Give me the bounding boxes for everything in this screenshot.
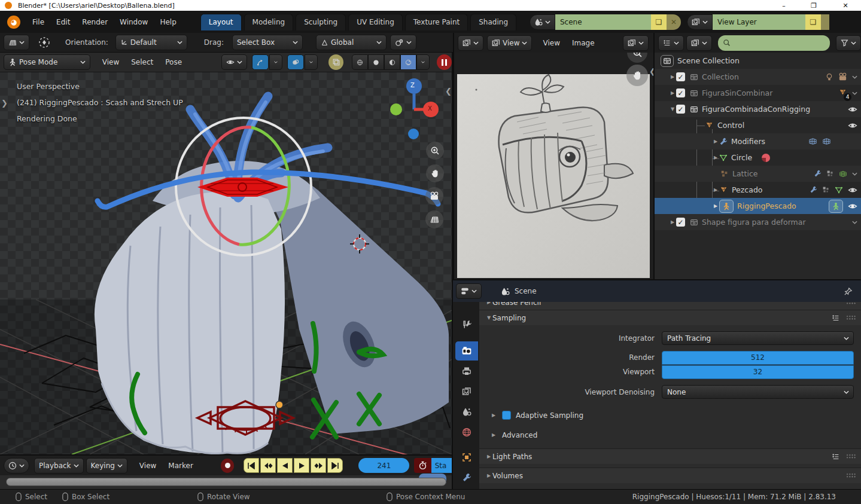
tab-uv-editing[interactable]: UV Editing bbox=[348, 14, 403, 30]
jump-to-end-button[interactable] bbox=[327, 458, 343, 473]
scene-unlink-button[interactable]: ✕ bbox=[667, 14, 681, 30]
outliner-search-input[interactable] bbox=[718, 35, 830, 51]
menu-edit[interactable]: Edit bbox=[50, 18, 76, 26]
eye-icon[interactable] bbox=[848, 201, 857, 211]
image-editor-canvas[interactable]: ❮ bbox=[453, 53, 653, 279]
outliner-row-modifiers[interactable]: ▶ Modifiers bbox=[655, 133, 861, 149]
camera-view-button[interactable] bbox=[425, 187, 443, 205]
collapse-arrow[interactable]: ▼ bbox=[669, 106, 676, 112]
panel-light-paths[interactable]: ▶ Light Paths bbox=[479, 448, 861, 464]
presets-icon[interactable] bbox=[832, 314, 840, 322]
toolbar-expand-arrow[interactable]: ❯ bbox=[1, 99, 8, 108]
outliner-row-control[interactable]: Control bbox=[655, 117, 861, 133]
pose-mode-icon[interactable] bbox=[829, 200, 843, 213]
close-button[interactable]: ✕ bbox=[832, 0, 859, 11]
figurasincombinar-checkbox[interactable]: ✓ bbox=[676, 88, 685, 97]
play-button[interactable] bbox=[294, 458, 309, 473]
tab-modifiers[interactable] bbox=[455, 468, 478, 487]
scene-name-field[interactable]: Scene bbox=[555, 14, 651, 30]
auto-keying-record-button[interactable] bbox=[221, 459, 235, 473]
image-select-dropdown[interactable] bbox=[623, 35, 649, 51]
presets-icon[interactable] bbox=[832, 453, 840, 461]
viewport-menu-select[interactable]: Select bbox=[125, 58, 159, 66]
render-samples-slider[interactable]: 512 bbox=[662, 351, 854, 365]
outliner-row-figuracombinada[interactable]: ▼ ✓ FiguraCombinadaConRigging bbox=[655, 101, 861, 117]
tab-object[interactable] bbox=[455, 448, 478, 467]
play-reverse-button[interactable] bbox=[277, 458, 293, 473]
chevron-down-icon[interactable] bbox=[852, 91, 857, 95]
menu-window[interactable]: Window bbox=[114, 18, 154, 26]
active-tool-button[interactable] bbox=[4, 35, 29, 50]
panel-collapse-arrow[interactable]: ▼ bbox=[485, 315, 492, 320]
transform-orientation-dropdown[interactable]: Global bbox=[316, 35, 387, 50]
timeline-menu-marker[interactable]: Marker bbox=[162, 462, 199, 470]
outliner-row-circle[interactable]: ▶ Circle bbox=[655, 149, 861, 166]
gizmo-toggle[interactable] bbox=[36, 35, 52, 50]
shape-checkbox[interactable]: ✓ bbox=[676, 218, 685, 227]
outliner-filter-id-button[interactable] bbox=[686, 35, 712, 51]
tab-view-layer[interactable] bbox=[455, 382, 478, 401]
frame-start-field[interactable]: Sta bbox=[431, 458, 452, 473]
viewport-menu-view[interactable]: View bbox=[96, 58, 125, 66]
figuracombinada-checkbox[interactable]: ✓ bbox=[676, 105, 685, 114]
timeline-menu-view[interactable]: View bbox=[133, 462, 162, 470]
blender-menu-icon[interactable]: ◕ bbox=[7, 16, 20, 29]
outliner-row-pezcado[interactable]: ▶ Pezcado bbox=[655, 182, 861, 198]
xray-toggle[interactable] bbox=[328, 54, 343, 70]
keying-dropdown[interactable]: Keying bbox=[86, 458, 127, 474]
timeline-scrub-area[interactable] bbox=[0, 475, 452, 489]
shading-rendered-button[interactable] bbox=[400, 54, 416, 70]
panel-grip[interactable] bbox=[846, 315, 856, 320]
maximize-button[interactable]: ❐ bbox=[800, 0, 827, 11]
proportional-edit-dropdown[interactable] bbox=[305, 54, 318, 70]
expand-arrow[interactable]: ▶ bbox=[712, 155, 719, 160]
eye-icon[interactable] bbox=[848, 105, 857, 114]
integrator-dropdown[interactable]: Path Tracing bbox=[662, 331, 854, 345]
panel-grip[interactable] bbox=[846, 454, 856, 459]
shading-dropdown[interactable] bbox=[416, 54, 430, 70]
chevron-down-icon[interactable] bbox=[852, 172, 857, 176]
image-zoom-button[interactable] bbox=[627, 53, 647, 63]
expand-arrow[interactable]: ▶ bbox=[669, 90, 676, 96]
pin-icon[interactable] bbox=[844, 287, 853, 296]
image-sidebar-arrow[interactable]: ❮ bbox=[649, 67, 653, 76]
adaptive-sampling-expand[interactable]: ▶ bbox=[490, 413, 497, 418]
collection-checkbox[interactable]: ✓ bbox=[676, 72, 685, 81]
shading-material-button[interactable] bbox=[384, 54, 400, 70]
outliner-row-riggingpescado[interactable]: ▶ RiggingPescado bbox=[655, 198, 861, 214]
expand-arrow[interactable]: ▶ bbox=[712, 187, 719, 193]
shading-wireframe-button[interactable] bbox=[352, 54, 368, 70]
view-layer-unlink-button[interactable] bbox=[821, 14, 829, 30]
viewport-3d[interactable]: User Perspective (241) RiggingPescado : … bbox=[0, 72, 452, 454]
image-menu-view[interactable]: View bbox=[537, 39, 565, 47]
view-layer-browse-button[interactable] bbox=[687, 14, 713, 30]
view-layer-name-field[interactable]: View Layer bbox=[713, 14, 805, 30]
drag-dropdown[interactable]: Select Box bbox=[232, 35, 303, 50]
current-frame-field[interactable]: 241 bbox=[358, 458, 409, 473]
panel-grip[interactable] bbox=[846, 302, 856, 305]
menu-file[interactable]: File bbox=[26, 18, 50, 26]
view-layer-copy-button[interactable]: ❏ bbox=[805, 14, 821, 30]
orientation-dropdown[interactable]: Default bbox=[115, 35, 187, 50]
snapping-dropdown[interactable] bbox=[390, 35, 416, 50]
viewport-denoising-dropdown[interactable]: None bbox=[662, 385, 854, 399]
chevron-down-icon[interactable] bbox=[852, 75, 857, 79]
panel-sampling-header[interactable]: ▼ Sampling bbox=[479, 310, 861, 325]
sidebar-expand-arrow[interactable]: ❮ bbox=[445, 87, 452, 96]
image-menu-image[interactable]: Image bbox=[566, 39, 601, 47]
zoom-button[interactable] bbox=[426, 142, 444, 160]
expand-arrow[interactable]: ▶ bbox=[712, 203, 719, 209]
tab-layout[interactable]: Layout bbox=[200, 14, 242, 30]
tab-world[interactable] bbox=[455, 423, 478, 442]
outliner-row-collection[interactable]: ▶ ✓ Collection bbox=[655, 69, 861, 85]
eye-icon[interactable] bbox=[848, 185, 857, 195]
tab-render[interactable] bbox=[455, 341, 478, 361]
panel-volumes[interactable]: ▶ Volumes bbox=[479, 468, 861, 483]
viewport-samples-slider[interactable]: 32 bbox=[662, 365, 854, 379]
ortho-toggle-button[interactable] bbox=[425, 210, 443, 228]
image-editor-type-button[interactable] bbox=[458, 35, 483, 51]
panel-grip[interactable] bbox=[846, 473, 856, 478]
scene-browse-button[interactable] bbox=[530, 14, 555, 30]
mode-dropdown[interactable]: Pose Mode bbox=[4, 54, 90, 70]
tab-output[interactable] bbox=[455, 362, 478, 381]
